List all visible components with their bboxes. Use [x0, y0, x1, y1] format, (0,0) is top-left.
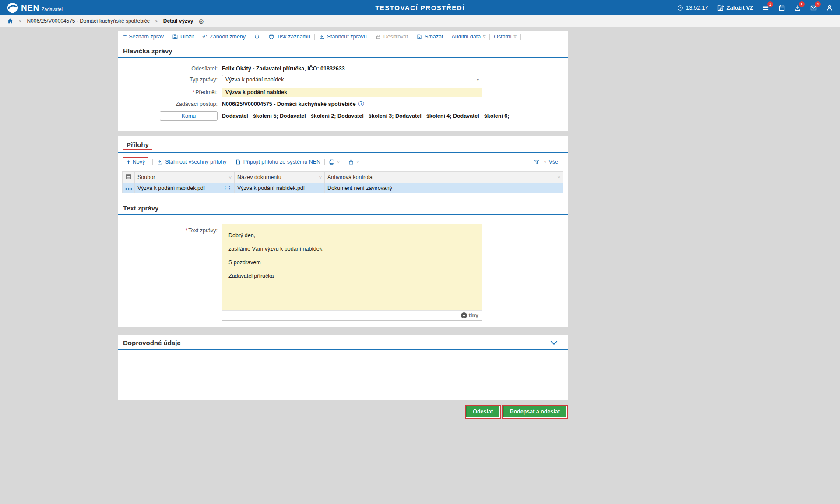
section-title-text-zpravy: Text zprávy	[123, 204, 158, 212]
field-typ-zpravy: Typ zprávy: Výzva k podání nabídek ▾	[118, 75, 568, 84]
message-line: S pozdravem	[228, 259, 476, 266]
column-select[interactable]	[123, 172, 135, 183]
text-zpravy-input[interactable]: Dobrý den, zasíláme Vám výzvu k podání n…	[222, 224, 482, 310]
podepsat-highlight: Podepsat a odeslat	[502, 405, 568, 419]
nen-logo[interactable]: NEN Zadavatel	[7, 2, 63, 13]
downloads-button[interactable]: 1	[794, 4, 801, 11]
nen-logo-icon	[7, 2, 18, 13]
printer-icon	[329, 159, 335, 165]
current-time: 13:52:17	[686, 4, 708, 11]
collapse-chevron-icon[interactable]	[551, 338, 558, 345]
attach-from-nen-button[interactable]: Připojit přílohu ze systému NEN	[235, 159, 320, 165]
divider	[250, 34, 250, 40]
column-nazev-dokumentu[interactable]: Název dokumentu▽	[235, 172, 325, 183]
main-toolbar: ≡ Seznam zpráv Uložit ↶ Zahodit změny	[118, 31, 568, 43]
export-attachments-button[interactable]: ▽	[348, 159, 359, 165]
messages-button[interactable]: 1	[810, 4, 817, 11]
desifrovat-button[interactable]: Dešifrovat	[375, 34, 408, 40]
attachments-toolbar: + Nový Stáhnout všechny přílohy Připojit…	[118, 153, 568, 170]
divider	[168, 34, 168, 40]
filter-button[interactable]	[534, 159, 540, 165]
filter-triangle-icon[interactable]: ▽	[229, 175, 232, 179]
filter-triangle-icon[interactable]: ▽	[558, 175, 560, 179]
seznam-zprav-button[interactable]: ≡ Seznam zpráv	[123, 34, 164, 40]
stahnout-zpravu-button[interactable]: Stáhnout zprávu	[319, 34, 367, 40]
create-vz-button[interactable]: Založit VZ	[717, 4, 753, 11]
show-all-filter-button[interactable]: ▽ Vše	[544, 159, 558, 165]
close-tab-icon[interactable]: ⊗	[198, 18, 204, 24]
cell-soubor: Výzva k podání nabídek.pdf⋮⋮	[135, 183, 235, 193]
row-menu-dots-icon[interactable]	[125, 188, 132, 190]
dropdown-triangle-icon: ▽	[337, 160, 340, 164]
notification-bell-button[interactable]	[254, 34, 260, 40]
required-mark: *	[185, 228, 187, 234]
required-mark: *	[192, 89, 194, 95]
text-zpravy-label: *Text zprávy:	[118, 224, 222, 234]
divider	[314, 34, 315, 40]
podepsat-a-odeslat-button[interactable]: Podepsat a odeslat	[503, 406, 566, 417]
ulozit-button[interactable]: Uložit	[172, 34, 194, 40]
create-vz-label: Založit VZ	[727, 4, 753, 11]
calendar-button[interactable]	[778, 4, 785, 11]
zahodit-zmeny-button[interactable]: ↶ Zahodit změny	[202, 34, 246, 40]
new-attachment-button[interactable]: + Nový	[123, 157, 148, 166]
section-head-hlavicka: Hlavička zprávy	[118, 43, 568, 58]
download-all-attachments-button[interactable]: Stáhnout všechny přílohy	[157, 159, 226, 165]
typ-zpravy-label: Typ zprávy:	[118, 77, 222, 83]
section-head-doprovodne: Doprovodné údaje	[118, 335, 568, 350]
section-title-hlavicka: Hlavička zprávy	[123, 47, 172, 55]
undo-icon: ↶	[202, 34, 207, 40]
column-soubor[interactable]: Soubor▽	[135, 172, 235, 183]
field-odesilatel: Odesílatel: Felix Okátý - Zadavatel přír…	[118, 66, 568, 72]
download-icon	[319, 34, 325, 40]
message-line: zasíláme Vám výzvu k podání nabídek.	[228, 246, 476, 252]
app-subtitle: Zadavatel	[42, 7, 63, 12]
odeslat-button[interactable]: Odeslat	[466, 406, 499, 417]
komu-button[interactable]: Komu	[160, 111, 218, 121]
dropdown-triangle-icon: ▽	[544, 160, 546, 164]
cell-nazev: Výzva k podání nabídek.pdf	[235, 183, 325, 193]
home-icon[interactable]	[7, 18, 14, 24]
predmet-input[interactable]	[222, 88, 482, 97]
section-title-doprovodne: Doprovodné údaje	[123, 339, 181, 346]
document-attach-icon	[235, 159, 241, 165]
smazat-button[interactable]: Smazat	[416, 34, 443, 40]
column-antivirova-kontrola[interactable]: Antivirová kontrola▽	[325, 172, 563, 183]
odesilatel-label: Odesílatel:	[118, 66, 222, 72]
field-komu: Komu Dodavatel - školení 5; Dodavatel - …	[118, 111, 568, 121]
drag-handle-icon[interactable]: ⋮⋮	[223, 186, 232, 191]
attachment-row[interactable]: Výzva k podání nabídek.pdf⋮⋮ Výzva k pod…	[123, 183, 563, 193]
divider	[447, 34, 447, 40]
print-attachments-button[interactable]: ▽	[329, 159, 340, 165]
breadcrumb-procedure-link[interactable]: N006/25/V00004575 - Domácí kuchyňské spo…	[27, 18, 150, 24]
divider	[152, 159, 153, 165]
edit-icon	[717, 4, 724, 11]
menu-button[interactable]: 1	[762, 4, 770, 11]
divider	[344, 159, 344, 165]
downloads-badge: 1	[799, 1, 805, 7]
tisk-zaznamu-button[interactable]: Tisk záznamu	[268, 34, 310, 40]
clock-icon	[677, 5, 683, 11]
person-icon	[826, 4, 833, 11]
divider	[363, 159, 363, 165]
profile-button[interactable]	[826, 4, 833, 11]
divider	[489, 34, 490, 40]
save-icon	[172, 34, 178, 40]
info-icon[interactable]: ⓘ	[358, 100, 364, 108]
auditni-data-button[interactable]: Auditní data ▽	[451, 34, 485, 40]
lock-icon	[375, 34, 381, 40]
row-menu-cell[interactable]	[123, 183, 135, 193]
printer-icon	[268, 34, 274, 40]
bolt-icon	[461, 312, 467, 318]
section-head-text-zpravy: Text zprávy	[118, 200, 568, 215]
download-icon	[157, 159, 163, 165]
typ-zpravy-select[interactable]: Výzva k podání nabídek ▾	[222, 75, 482, 84]
zadavaci-postup-value: N006/25/V00004575 - Domácí kuchyňské spo…	[222, 101, 356, 107]
attachments-table-header: Soubor▽ Název dokumentu▽ Antivirová kont…	[123, 172, 563, 183]
filter-triangle-icon[interactable]: ▽	[319, 175, 322, 179]
divider	[198, 34, 198, 40]
dropdown-triangle-icon: ▽	[356, 160, 359, 164]
text-zpravy-editor: Dobrý den, zasíláme Vám výzvu k podání n…	[222, 224, 482, 321]
doprovodne-udaje-body	[118, 350, 568, 400]
ostatni-button[interactable]: Ostatní ▽	[494, 34, 516, 40]
